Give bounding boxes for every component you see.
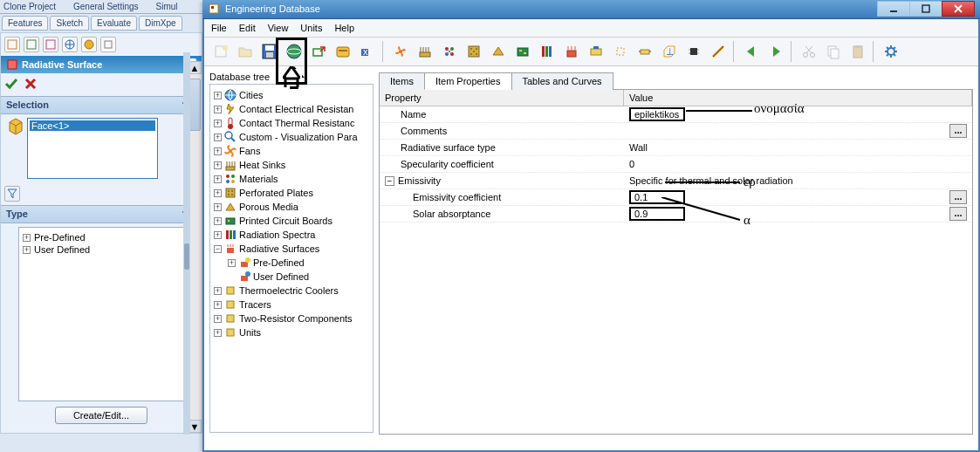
units-button[interactable]: ⊥ [658,40,681,63]
maximize-button[interactable] [909,1,942,17]
more-button[interactable]: ... [949,124,967,138]
tree-item[interactable]: +Thermoelectric Coolers [214,284,369,298]
cancel-button[interactable] [24,77,38,92]
expand-icon[interactable]: + [214,231,222,239]
two-resistor-button[interactable] [634,40,656,63]
type-userdefined[interactable]: +User Defined [23,243,180,256]
tree-item[interactable]: +Custom - Visualization Para [214,130,369,144]
expand-icon[interactable]: + [214,161,222,169]
menu-view[interactable]: View [268,23,289,33]
prop-value[interactable]: Specific for thermal and solar radiation [629,175,793,186]
fan-button[interactable] [389,40,412,63]
tree-item[interactable]: +Contact Thermal Resistanc [214,116,369,130]
tree-item[interactable]: +Two-Resistor Components [214,312,369,325]
new-item-button[interactable] [209,40,232,63]
expand-icon[interactable]: + [228,259,236,267]
prop-value-input[interactable]: 0.9 [629,207,685,221]
type-predefined[interactable]: +Pre-Defined [23,231,180,243]
pcb-button[interactable] [511,40,534,63]
scroll-thumb[interactable] [188,79,201,131]
more-button[interactable]: ... [949,207,967,221]
expand-icon[interactable]: + [214,106,222,113]
tree-icon-5[interactable] [81,37,97,52]
window-title-bar[interactable]: Engineering Database [202,0,980,19]
expand-icon[interactable]: + [214,217,222,225]
expand-icon[interactable]: + [214,175,222,183]
paste-button[interactable] [846,40,869,63]
globe-button[interactable] [283,40,305,63]
property-row[interactable]: Emissivity coefficient0.1... [380,189,972,206]
tree-radiative-surfaces[interactable]: − Radiative Surfaces [214,242,369,256]
property-row[interactable]: Nameepilektikos [380,106,972,123]
new-folder-button[interactable] [234,40,257,63]
ribbon-clone-project[interactable]: Clone Project [3,2,56,11]
tree-item[interactable]: +Units [214,325,369,339]
expand-icon[interactable]: + [214,147,222,155]
chip-button[interactable] [682,40,705,63]
collapse-icon[interactable]: − [385,176,394,186]
tree-icon-6[interactable] [100,37,116,52]
menu-file[interactable]: File [211,23,227,33]
measure-button[interactable] [707,40,730,63]
ok-button[interactable] [4,77,18,92]
menu-edit[interactable]: Edit [239,23,256,33]
xvar-button[interactable]: x= [356,40,379,63]
tree-item[interactable]: +Heat Sinks [214,158,369,172]
expand-icon[interactable]: + [23,234,31,242]
radiative-surfaces-button[interactable] [560,40,583,63]
expand-icon[interactable]: + [214,134,222,141]
materials-button[interactable] [438,40,461,63]
expand-icon[interactable]: + [214,315,222,323]
radiation-spectra-button[interactable] [536,40,559,63]
cut-button[interactable] [798,40,820,63]
perforated-button[interactable] [463,40,485,63]
selection-list[interactable]: Face<1> [27,118,158,179]
property-row[interactable]: Comments... [380,123,972,140]
expand-icon[interactable]: + [214,329,222,337]
tree-item[interactable]: +Fans [214,144,369,158]
tab-tables-curves[interactable]: Tables and Curves [511,72,613,90]
minimize-button[interactable] [877,1,910,17]
tab-features[interactable]: Features [2,16,48,31]
expand-icon[interactable]: + [23,246,31,254]
ribbon-general-settings[interactable]: General Settings [73,2,139,11]
tab-items[interactable]: Items [379,72,425,90]
property-row[interactable]: Specularity coefficient0 [380,156,972,173]
forward-button[interactable] [764,40,787,63]
filter-icon[interactable] [4,186,20,202]
import-button[interactable] [332,40,354,63]
selected-face[interactable]: Face<1> [30,120,155,131]
create-edit-button[interactable]: Create/Edit... [55,407,147,424]
expand-icon[interactable]: + [214,189,222,197]
property-row[interactable]: Radiative surface typeWall [380,140,972,156]
expand-icon[interactable]: + [214,301,222,309]
tab-dimxpert[interactable]: DimXpe [139,16,182,31]
tree-item[interactable]: +Porous Media [214,200,369,214]
vertical-splitter[interactable] [183,52,190,435]
collapse-icon[interactable]: − [214,245,222,253]
prop-value-input[interactable]: epilektikos [629,107,685,121]
tree-item[interactable]: +Radiation Spectra [214,228,369,242]
tab-sketch[interactable]: Sketch [50,16,89,31]
tree-userdefined[interactable]: User Defined [214,270,369,284]
tree-icon-3[interactable] [43,37,58,52]
property-row[interactable]: Solar absorptance0.9... [380,206,972,223]
database-tree[interactable]: +Cities+Contact Electrical Resistan+Cont… [209,84,373,433]
expand-icon[interactable]: + [214,203,222,211]
menu-units[interactable]: Units [300,23,322,33]
thermoelectric-button[interactable] [585,40,607,63]
tree-item[interactable]: +Materials [214,172,369,186]
prop-value[interactable]: 0 [629,159,634,169]
splitter-handle[interactable] [184,243,189,270]
more-button[interactable]: ... [949,190,967,204]
tracers-button[interactable] [609,40,632,63]
expand-icon[interactable]: + [214,92,222,99]
ribbon-simulation[interactable]: Simul [156,2,178,11]
close-button[interactable] [942,1,975,17]
tab-evaluate[interactable]: Evaluate [91,16,137,31]
tree-item[interactable]: +Contact Electrical Resistan [214,102,369,116]
settings-button[interactable] [880,40,902,63]
menu-help[interactable]: Help [334,23,354,33]
save-button[interactable] [258,40,281,63]
copy-button[interactable] [822,40,845,63]
